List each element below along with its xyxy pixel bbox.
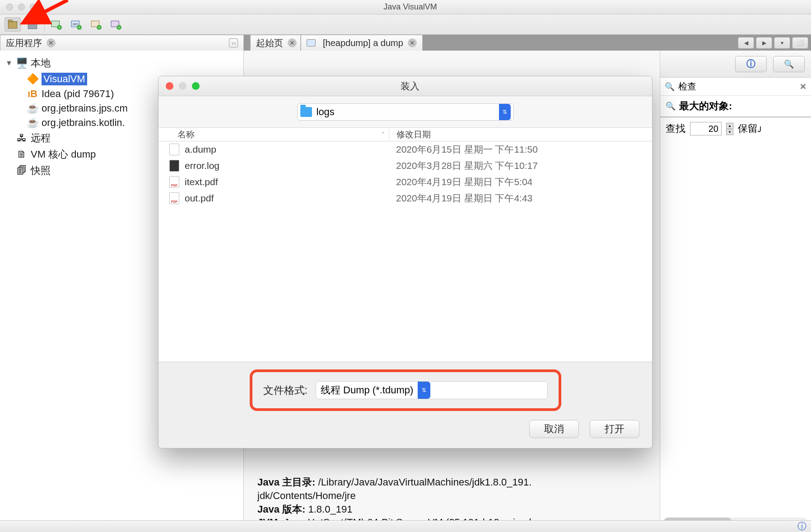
search-icon: 🔍 xyxy=(666,101,676,111)
find-row: 查找 ▲▼ 保留ᴊ xyxy=(660,117,811,140)
col-name[interactable]: 名称 xyxy=(177,129,195,140)
dialog-title: 装入 xyxy=(200,80,620,93)
dialog-titlebar[interactable]: 装入 xyxy=(158,76,652,96)
biggest-objects-header: 🔍最大的对象: xyxy=(660,96,811,117)
inspector-panel: ⓘ 🔍 🔍检查✕ 🔍最大的对象: 查找 ▲▼ 保留ᴊ xyxy=(660,51,811,532)
minimize-icon[interactable]: ▭ xyxy=(229,38,238,47)
nav-list-button[interactable]: ▾ xyxy=(774,37,790,49)
file-row[interactable]: a.dump2020年6月15日 星期一 下午11:50 xyxy=(158,141,652,158)
close-icon[interactable]: ✕ xyxy=(800,82,806,92)
minimize-window-button xyxy=(179,82,186,90)
svg-text:+: + xyxy=(118,25,120,30)
svg-line-0 xyxy=(26,0,68,21)
coredump-icon: 🗎 xyxy=(16,150,27,159)
nav-next-button[interactable]: ▶ xyxy=(756,37,772,49)
file-row[interactable]: itext.pdf2020年4月19日 星期日 下午5:04 xyxy=(158,174,652,190)
info-button[interactable]: ⓘ xyxy=(735,56,767,72)
window-titlebar: Java VisualVM xyxy=(0,0,811,14)
main-toolbar: + JMX+ + + xyxy=(0,14,811,35)
chevron-updown-icon[interactable]: ⇅ xyxy=(499,104,511,120)
sidebar-tab-label: 应用程序 xyxy=(6,37,42,49)
zoom-window-button[interactable] xyxy=(192,82,200,90)
file-format-select[interactable]: 线程 Dump (*.tdump) ⇅ xyxy=(316,381,548,399)
close-icon[interactable]: ✕ xyxy=(47,38,56,47)
add-coredump-button[interactable]: + xyxy=(88,17,104,32)
tree-node-local[interactable]: ▼🖥️本地 xyxy=(0,55,243,71)
file-open-dialog: 装入 logs ⇅ 名称˄ 修改日期 a.dump2020年6月15日 星期一 … xyxy=(158,76,653,448)
file-list[interactable]: 名称˄ 修改日期 a.dump2020年6月15日 星期一 下午11:50err… xyxy=(158,128,652,362)
info-icon[interactable]: ⓘ xyxy=(797,520,806,532)
tabs-row: 应用程序 ✕ ▭ 起始页 ✕ [heapdump] a dump ✕ ◀ ▶ ▾… xyxy=(0,35,811,51)
idea-icon: ıB xyxy=(27,89,38,98)
file-row[interactable]: error.log2020年3月28日 星期六 下午10:17 xyxy=(158,158,652,174)
nav-prev-button[interactable]: ◀ xyxy=(738,37,754,49)
sort-asc-icon[interactable]: ˄ xyxy=(382,131,384,138)
nav-max-button[interactable]: ⬜ xyxy=(792,37,808,49)
host-icon: 🖥️ xyxy=(16,59,27,68)
callout-arrow xyxy=(18,0,72,29)
sidebar-tab[interactable]: 应用程序 ✕ ▭ xyxy=(0,35,244,51)
file-format-label: 文件格式: xyxy=(263,383,308,397)
stepper[interactable]: ▲▼ xyxy=(726,123,733,135)
java-icon: ☕ xyxy=(27,118,38,127)
cancel-button[interactable]: 取消 xyxy=(529,420,579,438)
svg-rect-1 xyxy=(8,22,17,28)
info-icon: ⓘ xyxy=(746,58,755,70)
window-title: Java VisualVM xyxy=(37,2,784,12)
svg-text:+: + xyxy=(78,25,80,30)
snapshot-icon: 🗐 xyxy=(16,166,27,175)
find-count-input[interactable] xyxy=(690,122,722,135)
chevron-updown-icon: ⇅ xyxy=(418,382,430,399)
folder-selector[interactable]: logs ⇅ xyxy=(297,103,514,121)
close-window-button[interactable] xyxy=(166,82,173,90)
search-button[interactable]: 🔍 xyxy=(773,56,805,72)
close-icon[interactable]: ✕ xyxy=(288,38,297,47)
svg-text:JMX: JMX xyxy=(72,23,79,26)
inspect-row[interactable]: 🔍检查✕ xyxy=(660,78,811,96)
status-bar: ⓘ xyxy=(0,520,811,532)
file-icon xyxy=(169,144,179,155)
java-icon: ☕ xyxy=(27,104,38,113)
tab-heapdump[interactable]: [heapdump] a dump ✕ xyxy=(301,35,423,51)
open-button[interactable]: 打开 xyxy=(590,420,639,438)
file-icon xyxy=(169,160,179,172)
file-format-highlight: 文件格式: 线程 Dump (*.tdump) ⇅ xyxy=(250,369,561,411)
tab-start[interactable]: 起始页 ✕ xyxy=(250,35,301,51)
file-icon xyxy=(169,192,179,204)
heapdump-icon xyxy=(307,39,316,47)
tab-nav: ◀ ▶ ▾ ⬜ xyxy=(738,35,811,51)
search-icon: 🔍 xyxy=(784,59,794,69)
add-snapshot-button[interactable]: + xyxy=(108,17,124,32)
file-row[interactable]: out.pdf2020年4月19日 星期日 下午4:43 xyxy=(158,190,652,206)
visualvm-icon: 🔶 xyxy=(27,75,38,84)
file-icon xyxy=(169,176,179,188)
col-date[interactable]: 修改日期 xyxy=(389,129,652,140)
svg-text:+: + xyxy=(98,25,100,30)
folder-icon xyxy=(300,107,312,117)
close-icon[interactable]: ✕ xyxy=(408,38,417,47)
svg-rect-2 xyxy=(8,20,12,22)
remote-icon: 🖧 xyxy=(16,134,27,143)
search-icon: 🔍 xyxy=(665,82,675,92)
